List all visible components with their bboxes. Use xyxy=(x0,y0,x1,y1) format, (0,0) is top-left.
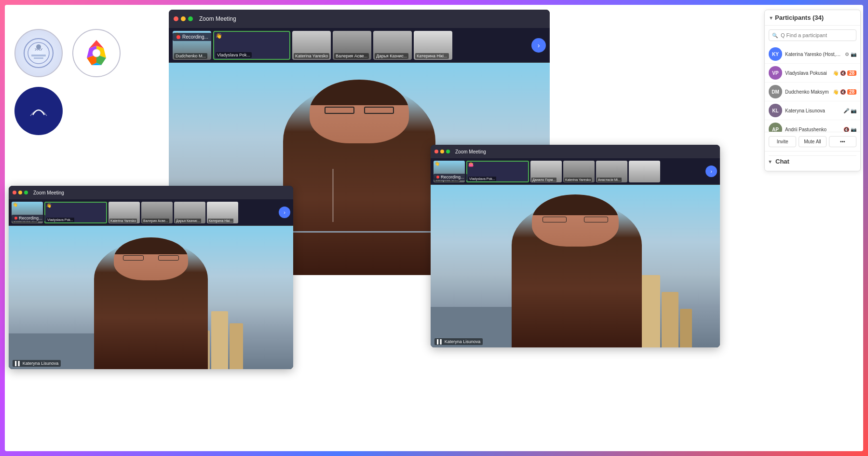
main-participants-strip: 👋 Dudchenko M... 👋 Vladyslava Pok... Kat… xyxy=(169,28,550,63)
avatar-ap: AP xyxy=(769,123,782,132)
sr-thumb-4: Katerina Yaresko xyxy=(563,161,595,182)
sl-active-label: Vladyslava Pok... xyxy=(46,218,74,222)
participant-list: KY Katerina Yaresko (Host, me) ⚙ 📷 VP Vl… xyxy=(765,45,860,132)
sr-min-dot[interactable] xyxy=(440,150,444,153)
name-kl: Kateryna Lisunova xyxy=(785,108,841,113)
logos-area: УНУ xyxy=(14,29,121,135)
muted-icon-vp: 🔇 xyxy=(840,70,846,76)
sl-speaker-label: ▌▌ Kateryna Lisunova xyxy=(13,360,61,367)
small-left-titlebar: Zoom Meeting xyxy=(9,186,293,199)
search-box: 🔍 xyxy=(769,29,856,41)
main-titlebar: Zoom Meeting xyxy=(169,10,550,28)
emoji-active: 👋 xyxy=(216,33,222,39)
sr-thumb-3: Данило Горм... xyxy=(530,161,562,182)
sr-close-dot[interactable] xyxy=(434,150,438,153)
video-icon-ky: 📷 xyxy=(851,52,856,57)
sl-window-controls xyxy=(13,191,28,194)
sr-thumb-main: 👛 Vladyslava Pok... xyxy=(466,161,529,182)
svg-rect-4 xyxy=(34,57,43,59)
participant-row-ap: AP Andrii Pastushenko 🔇 📷 xyxy=(765,120,860,132)
sl-rec-dot xyxy=(14,217,17,220)
sr-strip: 👋 Захарова Ол... 👛 Vladyslava Pok... Дан… xyxy=(431,158,720,185)
chat-title: Chat xyxy=(775,158,789,165)
icons-vp: 👋 🔇 28 xyxy=(833,70,856,76)
sl-thumb-main: 👋 Vladyslava Pok... xyxy=(44,202,107,223)
sl-max-dot[interactable] xyxy=(24,191,28,194)
svg-rect-3 xyxy=(31,55,46,56)
avatar-ky: KY xyxy=(769,47,782,61)
sl-label-3: Katerina Yaresko xyxy=(109,219,137,223)
panel-header: ▾ Participants (34) xyxy=(765,10,860,26)
search-input[interactable] xyxy=(769,29,856,41)
sl-speaker-name: Kateryna Lisunova xyxy=(23,361,59,366)
window-controls xyxy=(174,16,193,21)
main-recording-badge: Recording... xyxy=(173,33,212,41)
sr-window-controls xyxy=(434,150,450,153)
maximize-dot[interactable] xyxy=(188,16,193,21)
sl-next-btn[interactable]: › xyxy=(279,207,290,218)
avatar-kl: KL xyxy=(769,104,782,117)
icons-kl: 🎤 📷 xyxy=(843,108,856,113)
zoom-small-left-window: Zoom Meeting 👋 Dudchenko M... 👋 Vladysla… xyxy=(9,186,293,369)
sl-thumb-4: Валерия Асве... xyxy=(141,202,173,223)
earbud-wire xyxy=(333,169,333,222)
sl-min-dot[interactable] xyxy=(18,191,22,194)
panel-actions: Invite Mute All ••• xyxy=(765,132,860,151)
university-logo: УНУ xyxy=(14,29,63,77)
video-icon-kl: 📷 xyxy=(851,108,856,113)
name-ky: Katerina Yaresko (Host, me) xyxy=(785,52,842,57)
chat-chevron-icon[interactable]: ▾ xyxy=(769,158,772,165)
participant-thumb-4: Валерия Асве... xyxy=(333,31,371,60)
sr-titlebar: Zoom Meeting xyxy=(431,145,720,158)
rec-dot xyxy=(176,35,180,39)
sl-person-head xyxy=(114,237,188,280)
more-button[interactable]: ••• xyxy=(829,136,856,147)
settings-icon-ky: ⚙ xyxy=(845,52,849,57)
sr-max-dot[interactable] xyxy=(446,150,450,153)
sr-rec-dot xyxy=(436,176,439,179)
colorful-logo xyxy=(72,29,121,77)
video-icon-ap: 📷 xyxy=(851,127,856,132)
emoji-dm: 👋 xyxy=(833,89,839,95)
participant-row-vp: VP Vladyslava Pokusai 👋 🔇 28 xyxy=(765,64,860,83)
sr-emoji-1: 👋 xyxy=(434,161,440,166)
participant-label-3: Katerina Yaresko xyxy=(294,53,329,59)
sl-buildings xyxy=(194,276,294,369)
svg-point-12 xyxy=(93,49,100,57)
sl-thumb-5: Дарья Казнис... xyxy=(174,202,205,223)
panel-title: Participants (34) xyxy=(775,14,824,21)
active-speaker-thumb: 👋 Vladyslava Pok... xyxy=(213,31,290,60)
name-dm: Dudchenko Maksym xyxy=(785,89,830,95)
sr-label-5: Анастасія Мі... xyxy=(597,178,622,182)
sr-emoji-active: 👛 xyxy=(468,162,474,167)
participant-row-ky: KY Katerina Yaresko (Host, me) ⚙ 📷 xyxy=(765,45,860,64)
sr-next-btn[interactable]: › xyxy=(705,166,717,177)
recording-label: Recording... xyxy=(182,34,208,40)
muted-icon-dm: 🔇 xyxy=(840,89,846,95)
close-dot[interactable] xyxy=(174,16,178,21)
sr-label-4: Katerina Yaresko xyxy=(564,178,592,182)
mic-icon-kl: 🎤 xyxy=(843,108,849,113)
sr-thumb-5: Анастасія Мі... xyxy=(596,161,627,182)
main-next-button[interactable]: › xyxy=(531,38,546,53)
invite-button[interactable]: Invite xyxy=(769,136,796,147)
panel-chevron-icon[interactable]: ▾ xyxy=(770,14,773,21)
sr-speaker-name: Kateryna Lisunova xyxy=(445,339,481,344)
person-head xyxy=(310,80,408,143)
participant-label-1: Dudchenko M... xyxy=(174,53,207,59)
name-vp: Vladyslava Pokusai xyxy=(785,70,830,76)
sl-title: Zoom Meeting xyxy=(33,190,64,195)
avatar-dm: DM xyxy=(769,85,782,98)
participant-row-kl: KL Kateryna Lisunova 🎤 📷 xyxy=(765,101,860,120)
sl-bars-icon: ▌▌ xyxy=(15,361,21,366)
icons-ky: ⚙ 📷 xyxy=(845,52,856,57)
minimize-dot[interactable] xyxy=(181,16,186,21)
sl-close-dot[interactable] xyxy=(13,191,16,194)
participant-thumb-3: Katerina Yaresko xyxy=(292,31,331,60)
sl-emoji-1: 👋 xyxy=(13,202,18,207)
mute-all-button[interactable]: Mute All xyxy=(799,136,826,147)
zoom-small-right-window: Zoom Meeting 👋 Захарова Ол... 👛 Vladysla… xyxy=(431,145,720,347)
avatar-vp: VP xyxy=(769,66,782,80)
participant-thumb-5: Дарья Казнис... xyxy=(373,31,412,60)
logos-row-top: УНУ xyxy=(14,29,121,77)
